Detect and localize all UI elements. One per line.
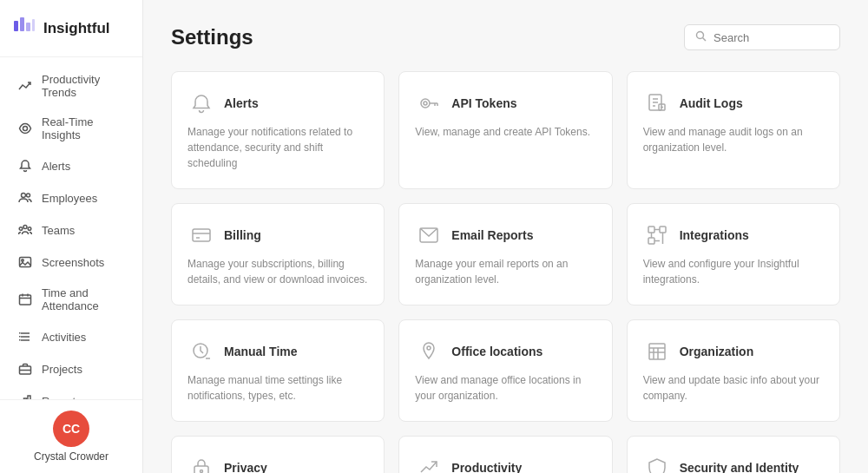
audit-card-icon (643, 89, 671, 117)
sidebar-item-reports[interactable]: Reports ▾ (5, 385, 137, 399)
sidebar-item-teams[interactable]: Teams (5, 214, 137, 246)
sidebar-item-projects[interactable]: Projects (5, 353, 137, 384)
page-header: Settings (171, 24, 840, 50)
svg-rect-12 (20, 295, 31, 305)
svg-point-8 (19, 227, 23, 231)
app-logo: Insightful (0, 0, 142, 57)
card-title-office-locations: Office locations (451, 345, 542, 358)
svg-rect-2 (26, 23, 30, 31)
settings-card-privacy[interactable]: Privacy View and change privacy-related … (171, 436, 385, 473)
bar-chart-icon (17, 393, 33, 399)
main-content: Settings Alerts Manage your notification… (143, 0, 868, 473)
settings-card-billing[interactable]: Billing Manage your subscriptions, billi… (171, 203, 385, 305)
sidebar-label-activities: Activities (42, 331, 125, 344)
svg-line-29 (703, 38, 707, 42)
settings-card-productivity[interactable]: Productivity Manage your productivity la… (398, 436, 612, 473)
sidebar-user[interactable]: CC Crystal Crowder (0, 399, 142, 473)
svg-rect-46 (660, 227, 666, 233)
sidebar-label-employees: Employees (42, 192, 125, 205)
svg-point-30 (421, 99, 430, 108)
svg-point-7 (23, 226, 27, 229)
svg-rect-1 (20, 17, 24, 31)
card-header-office-locations: Office locations (415, 338, 595, 365)
settings-card-integrations[interactable]: Integrations View and configure your Ins… (627, 203, 840, 305)
settings-card-organization[interactable]: Organization View and update basic info … (627, 319, 840, 422)
svg-rect-47 (648, 238, 654, 244)
card-desc-billing: Manage your subscriptions, billing detai… (187, 256, 368, 287)
card-desc-audit-logs: View and manage audit logs on an organiz… (643, 124, 824, 155)
sidebar-item-activities[interactable]: Activities (5, 321, 137, 352)
card-header-audit-logs: Audit Logs (643, 89, 824, 117)
list-icon (17, 329, 33, 345)
credit-card-card-icon (187, 221, 215, 249)
card-desc-alerts: Manage your notifications related to att… (187, 124, 368, 171)
card-header-security-identity: Security and Identity (643, 454, 824, 473)
app-name: Insightful (43, 20, 109, 37)
svg-rect-3 (32, 19, 35, 31)
lock-card-icon (187, 454, 215, 473)
search-icon (695, 30, 707, 44)
settings-card-api-tokens[interactable]: API Tokens View, manage and create API T… (398, 71, 612, 189)
card-header-integrations: Integrations (643, 221, 824, 249)
sidebar-item-screenshots[interactable]: Screenshots (5, 246, 137, 278)
sidebar-item-employees[interactable]: Employees (5, 182, 137, 214)
page-title: Settings (171, 25, 253, 49)
card-title-alerts: Alerts (224, 96, 259, 110)
card-header-email-reports: Email Reports (415, 221, 595, 249)
card-header-alerts: Alerts (187, 89, 368, 117)
card-title-manual-time: Manual Time (224, 345, 298, 358)
svg-rect-55 (649, 344, 665, 359)
card-title-security-identity: Security and Identity (680, 461, 799, 473)
svg-point-5 (22, 194, 26, 198)
card-header-productivity: Productivity (415, 454, 595, 473)
shield-card-icon (643, 454, 671, 473)
sidebar-item-alerts[interactable]: Alerts (5, 150, 137, 181)
sidebar-label-real-time-insights: Real-Time Insights (42, 115, 125, 141)
svg-point-61 (201, 470, 203, 473)
logo-icon (12, 14, 36, 43)
settings-card-manual-time[interactable]: Manual Time Manage manual time settings … (171, 319, 385, 422)
settings-card-office-locations[interactable]: Office locations View and manage office … (398, 319, 612, 422)
card-title-integrations: Integrations (680, 228, 749, 242)
svg-point-6 (27, 194, 30, 197)
integrations-card-icon (643, 221, 671, 249)
sidebar-label-time-attendance: Time and Attendance (42, 286, 125, 312)
svg-rect-19 (19, 332, 21, 334)
eye-icon (17, 121, 33, 136)
chart-line-icon (17, 78, 33, 94)
sidebar-label-screenshots: Screenshots (42, 256, 125, 269)
search-box[interactable] (684, 24, 840, 50)
card-header-billing: Billing (187, 221, 368, 249)
key-card-icon (415, 89, 443, 117)
card-desc-manual-time: Manage manual time settings like notific… (187, 372, 368, 404)
briefcase-icon (17, 361, 33, 377)
card-header-manual-time: Manual Time (187, 338, 368, 365)
sidebar-item-real-time-insights[interactable]: Real-Time Insights (5, 108, 137, 149)
svg-point-28 (697, 32, 704, 39)
trending-up-card-icon (415, 454, 443, 473)
user-name: Crystal Crowder (34, 450, 108, 463)
image-icon (17, 254, 33, 270)
svg-point-4 (23, 127, 28, 131)
svg-rect-20 (19, 336, 21, 338)
svg-point-54 (427, 346, 431, 350)
settings-card-email-reports[interactable]: Email Reports Manage your email reports … (398, 203, 612, 305)
card-desc-office-locations: View and manage office locations in your… (415, 372, 595, 404)
search-input[interactable] (713, 31, 829, 44)
sidebar-item-productivity-trends[interactable]: Productivity Trends (5, 65, 137, 107)
settings-card-audit-logs[interactable]: Audit Logs View and manage audit logs on… (627, 71, 840, 189)
settings-grid: Alerts Manage your notifications related… (171, 71, 840, 473)
building-card-icon (643, 338, 671, 365)
calendar-icon (17, 292, 33, 307)
svg-rect-0 (14, 21, 18, 31)
settings-card-alerts[interactable]: Alerts Manage your notifications related… (171, 71, 385, 189)
sidebar-label-projects: Projects (42, 363, 125, 376)
settings-card-security-identity[interactable]: Security and Identity View and configure… (627, 436, 840, 473)
location-card-icon (415, 338, 443, 365)
card-desc-integrations: View and configure your Insightful integ… (643, 256, 824, 287)
svg-point-31 (424, 102, 427, 105)
card-title-privacy: Privacy (224, 461, 267, 473)
svg-rect-21 (19, 339, 21, 341)
sidebar-item-time-attendance[interactable]: Time and Attendance (5, 279, 137, 320)
team-icon (17, 222, 33, 238)
